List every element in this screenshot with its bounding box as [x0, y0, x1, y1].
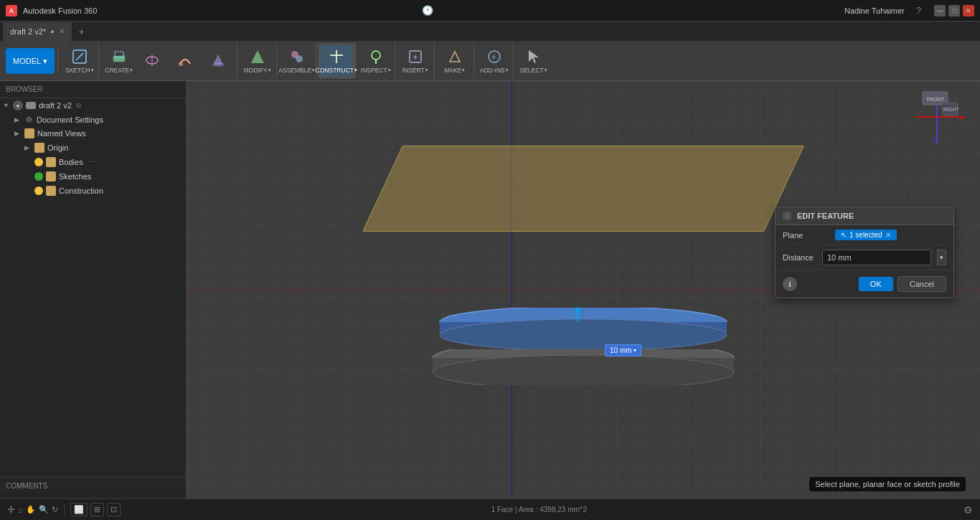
inspect-btn[interactable]: INSPECT ▾ [360, 45, 392, 77]
statusbar-left-tools: ✛ ⌂ ✋ 🔍 ↻ ⬜ ⊞ ⊡ [7, 503, 121, 516]
construction-label: Construction [59, 186, 103, 195]
bottom-face-svg [425, 349, 741, 385]
origin-icon [34, 143, 44, 153]
toolbar-sep-1 [57, 48, 58, 74]
tab-unsaved-icon: ● [50, 28, 54, 35]
gear-icon [24, 115, 34, 124]
construct-icon [328, 48, 345, 65]
zoom-icon[interactable]: 🔍 [39, 505, 49, 514]
pan-icon[interactable]: ✋ [26, 505, 36, 514]
distance-input[interactable] [822, 250, 931, 265]
svg-marker-9 [251, 50, 264, 63]
help-icon[interactable]: ? [916, 5, 921, 16]
settings-gear-icon[interactable]: ⚙ [963, 504, 973, 516]
bodies-visibility-bulb[interactable] [34, 158, 43, 166]
tree-doc-settings[interactable]: ▶ Document Settings [0, 113, 186, 126]
tree-bodies[interactable]: ▶ Bodies ⋯ [0, 155, 186, 169]
create-extrude-btn[interactable]: CREATE ▾ [103, 45, 135, 77]
titlebar: A Autodesk Fusion 360 🕐 Nadine Tuhaimer … [0, 0, 980, 22]
construction-plane [362, 146, 804, 232]
tree-construction[interactable]: ▶ Construction [0, 184, 186, 198]
inspect-icon [367, 48, 385, 65]
dialog-footer: ℹ OK Cancel [776, 270, 953, 298]
tab-label: draft 2 v2* [10, 27, 46, 36]
construct-btn[interactable]: CONSTRUCT ▾ [321, 45, 352, 77]
root-circle-icon: ⊙ [76, 102, 82, 109]
viewport[interactable]: ↑ 10 mm ▾ EDIT FEATURE Plane ↖ 1 selecte… [187, 81, 980, 498]
document-tab[interactable]: draft 2 v2* ● ✕ [3, 22, 72, 41]
root-folder-icon [26, 102, 36, 109]
view-cube[interactable]: FRONT RIGHT Z X [908, 88, 966, 146]
sweep-btn[interactable] [169, 45, 201, 77]
svg-line-1 [76, 53, 83, 60]
home-icon[interactable]: ⌂ [18, 506, 23, 514]
construction-visibility-bulb[interactable] [34, 186, 43, 195]
tree-sketches[interactable]: ▶ Sketches [0, 169, 186, 184]
sketches-label: Sketches [59, 172, 91, 181]
svg-marker-8 [213, 55, 223, 65]
app-title: Autodesk Fusion 360 [23, 6, 416, 15]
appearance-btn[interactable]: ⊡ [107, 503, 121, 516]
bodies-folder-icon [46, 157, 56, 167]
tab-close-btn[interactable]: ✕ [59, 27, 65, 35]
make-btn[interactable]: MAKE ▾ [439, 45, 471, 77]
extrude-icon [110, 48, 128, 65]
root-visibility-icon[interactable]: ● [13, 100, 23, 110]
sidebar: BROWSER ▼ ● draft 2 v2 ⊙ ▶ Document Sett… [0, 81, 187, 498]
origin-label: Origin [47, 143, 68, 152]
plane-row: Plane ↖ 1 selected ✕ [776, 225, 953, 245]
distance-increment-btn[interactable]: ▾ [937, 250, 946, 265]
info-btn[interactable]: ℹ [783, 277, 797, 291]
named-views-label: Named Views [37, 129, 86, 138]
front-label: FRONT [927, 97, 945, 102]
grid-toggle-btn[interactable]: ⊞ [90, 503, 104, 516]
snap-icon[interactable]: ✛ [7, 504, 15, 515]
insert-btn[interactable]: + INSERT ▾ [400, 45, 431, 77]
orbit-icon[interactable]: ↻ [52, 505, 58, 514]
loft-btn[interactable] [202, 45, 234, 77]
maximize-btn[interactable]: □ [948, 5, 960, 16]
doc-settings-label: Document Settings [37, 115, 103, 124]
tree-named-views[interactable]: ▶ Named Views [0, 126, 186, 141]
distance-label: Distance [783, 253, 816, 262]
plane-label: Plane [783, 231, 829, 240]
toolbar-group-create: CREATE ▾ [100, 43, 237, 79]
tree-origin[interactable]: ▶ Origin [0, 141, 186, 155]
dialog-minimize-btn[interactable] [783, 212, 791, 220]
toolbar-group-construct: CONSTRUCT ▾ [318, 43, 356, 79]
cancel-btn[interactable]: Cancel [897, 276, 946, 292]
toolbar-group-inspect: INSPECT ▾ [357, 43, 395, 79]
tabbar: draft 2 v2* ● ✕ + [0, 22, 980, 42]
clear-selection-btn[interactable]: ✕ [885, 231, 891, 239]
toolbar-group-assemble: ASSEMBLE ▾ [278, 43, 316, 79]
minimize-btn[interactable]: — [934, 5, 946, 16]
dialog-header: EDIT FEATURE [776, 207, 953, 225]
ok-btn[interactable]: OK [859, 277, 893, 291]
construction-folder-icon [46, 186, 56, 196]
addins-btn[interactable]: + ADD-INS ▾ [479, 45, 510, 77]
tree-root[interactable]: ▼ ● draft 2 v2 ⊙ [0, 98, 186, 113]
mode-selector[interactable]: MODEL ▾ [6, 48, 55, 74]
user-name: Nadine Tuhaimer [844, 6, 905, 15]
assemble-btn[interactable]: ASSEMBLE ▾ [281, 45, 313, 77]
svg-point-14 [372, 51, 380, 60]
sketch-tool-btn[interactable]: SKETCH ▾ [64, 45, 95, 77]
history-icon[interactable]: 🕐 [422, 5, 433, 16]
modify-btn[interactable]: MODIFY ▾ [242, 45, 273, 77]
edit-feature-dialog: EDIT FEATURE Plane ↖ 1 selected ✕ Distan… [775, 207, 954, 298]
assemble-icon [288, 48, 306, 65]
svg-point-11 [296, 55, 303, 62]
revolve-icon [143, 52, 161, 69]
revolve-btn[interactable] [136, 45, 168, 77]
sweep-icon [176, 52, 194, 69]
close-btn[interactable]: ✕ [963, 5, 974, 16]
make-icon [446, 48, 463, 65]
inline-dimension-label[interactable]: 10 mm ▾ [605, 344, 641, 356]
statusbar: ✛ ⌂ ✋ 🔍 ↻ ⬜ ⊞ ⊡ 1 Face | Area : 4398.23 … [0, 498, 980, 520]
select-btn[interactable]: SELECT ▾ [518, 45, 550, 77]
distance-row: Distance ▾ [776, 245, 953, 270]
plane-selected-badge[interactable]: ↖ 1 selected ✕ [835, 230, 897, 240]
sketches-icon [34, 172, 43, 181]
display-mode-btn[interactable]: ⬜ [70, 503, 88, 516]
new-tab-btn[interactable]: + [75, 24, 89, 39]
